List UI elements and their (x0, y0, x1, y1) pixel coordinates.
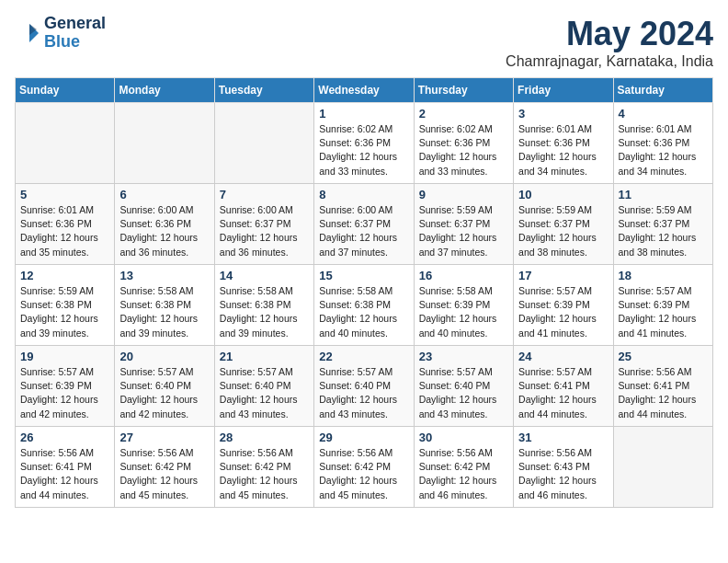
day-info: Sunrise: 5:57 AMSunset: 6:41 PMDaylight:… (518, 365, 608, 421)
day-number: 15 (319, 269, 408, 282)
calendar-cell: 10Sunrise: 5:59 AMSunset: 6:37 PMDayligh… (514, 184, 613, 265)
day-info: Sunrise: 6:00 AMSunset: 6:37 PMDaylight:… (220, 203, 309, 259)
calendar-cell: 11Sunrise: 5:59 AMSunset: 6:37 PMDayligh… (613, 184, 712, 265)
day-info: Sunrise: 6:01 AMSunset: 6:36 PMDaylight:… (619, 122, 708, 178)
day-info: Sunrise: 5:57 AMSunset: 6:39 PMDaylight:… (20, 365, 109, 421)
calendar-cell: 14Sunrise: 5:58 AMSunset: 6:38 PMDayligh… (214, 265, 313, 346)
calendar-cell: 9Sunrise: 5:59 AMSunset: 6:37 PMDaylight… (414, 184, 513, 265)
day-info: Sunrise: 6:02 AMSunset: 6:36 PMDaylight:… (319, 122, 408, 178)
calendar-cell: 28Sunrise: 5:56 AMSunset: 6:42 PMDayligh… (214, 427, 313, 508)
calendar-cell: 6Sunrise: 6:00 AMSunset: 6:36 PMDaylight… (115, 184, 214, 265)
calendar-cell: 31Sunrise: 5:56 AMSunset: 6:43 PMDayligh… (514, 427, 613, 508)
calendar-cell (613, 427, 712, 508)
logo-text: General Blue (44, 15, 106, 52)
calendar-cell: 1Sunrise: 6:02 AMSunset: 6:36 PMDaylight… (314, 103, 414, 184)
calendar-cell: 22Sunrise: 5:57 AMSunset: 6:40 PMDayligh… (314, 346, 414, 427)
calendar-cell: 23Sunrise: 5:57 AMSunset: 6:40 PMDayligh… (414, 346, 513, 427)
day-info: Sunrise: 5:56 AMSunset: 6:42 PMDaylight:… (119, 446, 209, 502)
logo-icon (15, 20, 40, 46)
day-number: 26 (20, 431, 109, 444)
calendar-cell: 8Sunrise: 6:00 AMSunset: 6:37 PMDaylight… (314, 184, 414, 265)
calendar-cell: 7Sunrise: 6:00 AMSunset: 6:37 PMDaylight… (214, 184, 313, 265)
calendar-cell (16, 103, 115, 184)
day-number: 30 (419, 431, 508, 444)
day-number: 14 (220, 269, 309, 282)
day-info: Sunrise: 5:56 AMSunset: 6:42 PMDaylight:… (419, 446, 508, 502)
day-info: Sunrise: 5:57 AMSunset: 6:40 PMDaylight:… (220, 365, 309, 421)
day-info: Sunrise: 5:58 AMSunset: 6:39 PMDaylight:… (419, 284, 508, 340)
day-number: 6 (119, 188, 209, 201)
day-info: Sunrise: 5:59 AMSunset: 6:37 PMDaylight:… (619, 203, 708, 259)
weekday-header-tuesday: Tuesday (214, 78, 313, 103)
day-number: 28 (220, 431, 309, 444)
day-info: Sunrise: 5:59 AMSunset: 6:38 PMDaylight:… (20, 284, 109, 340)
day-number: 8 (319, 188, 408, 201)
day-info: Sunrise: 5:58 AMSunset: 6:38 PMDaylight:… (220, 284, 309, 340)
day-number: 16 (419, 269, 508, 282)
calendar-table: SundayMondayTuesdayWednesdayThursdayFrid… (15, 77, 713, 508)
calendar-cell: 13Sunrise: 5:58 AMSunset: 6:38 PMDayligh… (115, 265, 214, 346)
day-info: Sunrise: 5:56 AMSunset: 6:43 PMDaylight:… (518, 446, 608, 502)
day-info: Sunrise: 5:59 AMSunset: 6:37 PMDaylight:… (419, 203, 508, 259)
day-number: 27 (119, 431, 209, 444)
day-number: 11 (619, 188, 708, 201)
calendar-cell: 15Sunrise: 5:58 AMSunset: 6:38 PMDayligh… (314, 265, 414, 346)
month-title: May 2024 (506, 15, 713, 53)
day-info: Sunrise: 6:00 AMSunset: 6:36 PMDaylight:… (119, 203, 209, 259)
day-info: Sunrise: 5:57 AMSunset: 6:39 PMDaylight:… (518, 284, 608, 340)
calendar-cell: 21Sunrise: 5:57 AMSunset: 6:40 PMDayligh… (214, 346, 313, 427)
day-number: 25 (619, 350, 708, 363)
day-info: Sunrise: 6:01 AMSunset: 6:36 PMDaylight:… (518, 122, 608, 178)
day-info: Sunrise: 5:57 AMSunset: 6:40 PMDaylight:… (119, 365, 209, 421)
day-info: Sunrise: 6:02 AMSunset: 6:36 PMDaylight:… (419, 122, 508, 178)
calendar-cell: 12Sunrise: 5:59 AMSunset: 6:38 PMDayligh… (16, 265, 115, 346)
calendar-cell: 4Sunrise: 6:01 AMSunset: 6:36 PMDaylight… (613, 103, 712, 184)
day-info: Sunrise: 5:56 AMSunset: 6:42 PMDaylight:… (319, 446, 408, 502)
location-subtitle: Chamrajnagar, Karnataka, India (506, 53, 713, 70)
calendar-cell (214, 103, 313, 184)
weekday-header-friday: Friday (514, 78, 613, 103)
day-number: 4 (619, 107, 708, 121)
calendar-cell: 20Sunrise: 5:57 AMSunset: 6:40 PMDayligh… (115, 346, 214, 427)
day-info: Sunrise: 5:57 AMSunset: 6:39 PMDaylight:… (619, 284, 708, 340)
calendar-cell: 27Sunrise: 5:56 AMSunset: 6:42 PMDayligh… (115, 427, 214, 508)
calendar-cell: 29Sunrise: 5:56 AMSunset: 6:42 PMDayligh… (314, 427, 414, 508)
day-number: 1 (319, 107, 408, 121)
weekday-header-thursday: Thursday (414, 78, 513, 103)
day-number: 2 (419, 107, 508, 121)
day-info: Sunrise: 6:00 AMSunset: 6:37 PMDaylight:… (319, 203, 408, 259)
day-number: 18 (619, 269, 708, 282)
calendar-cell: 30Sunrise: 5:56 AMSunset: 6:42 PMDayligh… (414, 427, 513, 508)
calendar-cell: 5Sunrise: 6:01 AMSunset: 6:36 PMDaylight… (16, 184, 115, 265)
calendar-cell: 3Sunrise: 6:01 AMSunset: 6:36 PMDaylight… (514, 103, 613, 184)
calendar-cell: 24Sunrise: 5:57 AMSunset: 6:41 PMDayligh… (514, 346, 613, 427)
day-number: 12 (20, 269, 109, 282)
day-number: 13 (119, 269, 209, 282)
page-header: General Blue May 2024 Chamrajnagar, Karn… (15, 15, 713, 70)
weekday-header-monday: Monday (115, 78, 214, 103)
day-number: 23 (419, 350, 508, 363)
day-info: Sunrise: 5:58 AMSunset: 6:38 PMDaylight:… (319, 284, 408, 340)
calendar-cell: 16Sunrise: 5:58 AMSunset: 6:39 PMDayligh… (414, 265, 513, 346)
day-info: Sunrise: 6:01 AMSunset: 6:36 PMDaylight:… (20, 203, 109, 259)
day-number: 9 (419, 188, 508, 201)
weekday-header-saturday: Saturday (613, 78, 712, 103)
calendar-cell: 25Sunrise: 5:56 AMSunset: 6:41 PMDayligh… (613, 346, 712, 427)
day-info: Sunrise: 5:59 AMSunset: 6:37 PMDaylight:… (518, 203, 608, 259)
day-number: 21 (220, 350, 309, 363)
day-number: 7 (220, 188, 309, 201)
day-number: 5 (20, 188, 109, 201)
day-info: Sunrise: 5:58 AMSunset: 6:38 PMDaylight:… (119, 284, 209, 340)
calendar-cell: 18Sunrise: 5:57 AMSunset: 6:39 PMDayligh… (613, 265, 712, 346)
day-number: 19 (20, 350, 109, 363)
day-info: Sunrise: 5:56 AMSunset: 6:42 PMDaylight:… (220, 446, 309, 502)
day-number: 17 (518, 269, 608, 282)
day-number: 10 (518, 188, 608, 201)
day-info: Sunrise: 5:57 AMSunset: 6:40 PMDaylight:… (419, 365, 508, 421)
day-number: 24 (518, 350, 608, 363)
day-number: 22 (319, 350, 408, 363)
day-number: 3 (518, 107, 608, 121)
calendar-cell (115, 103, 214, 184)
weekday-header-wednesday: Wednesday (314, 78, 414, 103)
day-info: Sunrise: 5:56 AMSunset: 6:41 PMDaylight:… (20, 446, 109, 502)
